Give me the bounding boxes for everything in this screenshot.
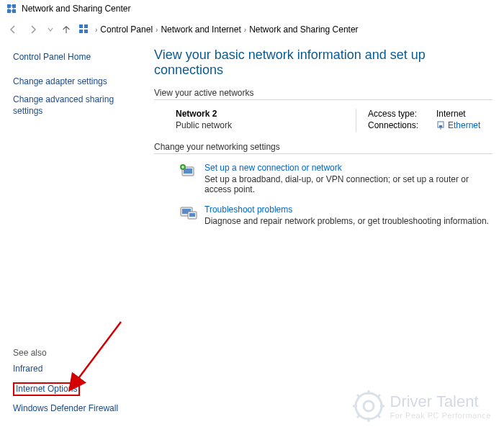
svg-point-19: [364, 401, 374, 411]
setup-connection-desc: Set up a broadband, dial-up, or VPN conn…: [204, 174, 492, 194]
forward-button[interactable]: [26, 22, 40, 37]
svg-rect-7: [84, 30, 88, 33]
setup-connection-icon: [176, 163, 200, 183]
see-also-label: See also: [13, 348, 131, 358]
troubleshoot-desc: Diagnose and repair network problems, or…: [204, 216, 492, 226]
change-settings-label: Change your networking settings: [154, 142, 492, 152]
setup-connection-item[interactable]: Set up a new connection or network Set u…: [176, 163, 492, 194]
access-type-value: Internet: [436, 109, 466, 119]
svg-line-26: [357, 415, 360, 418]
svg-rect-5: [84, 24, 88, 28]
page-heading: View your basic network information and …: [154, 48, 492, 78]
breadcrumb-item[interactable]: Control Panel: [100, 24, 153, 35]
internet-options-text: Internet Options: [16, 384, 77, 394]
svg-line-24: [357, 395, 360, 397]
svg-rect-11: [184, 168, 192, 174]
access-type-label: Access type:: [368, 109, 436, 119]
breadcrumb-item[interactable]: Network and Sharing Center: [249, 24, 358, 35]
breadcrumb: › Control Panel › Network and Internet ›…: [95, 24, 359, 35]
titlebar: Network and Sharing Center: [0, 0, 504, 17]
window-title: Network and Sharing Center: [22, 4, 130, 14]
svg-rect-4: [79, 24, 83, 28]
connections-label: Connections:: [368, 120, 436, 130]
chevron-right-icon: ›: [95, 26, 97, 34]
network-center-icon: [6, 3, 17, 14]
active-network-box: Network 2 Public network Access type: In…: [154, 109, 492, 142]
chevron-right-icon: ›: [244, 26, 246, 34]
main-area: Control Panel Home Change adapter settin…: [0, 42, 504, 432]
svg-line-25: [377, 415, 380, 418]
watermark: Driver Talent For Peak PC Performance: [353, 390, 492, 422]
connection-link[interactable]: Ethernet: [448, 120, 480, 130]
see-also-infrared-link[interactable]: Infrared: [13, 364, 131, 375]
breadcrumb-item[interactable]: Network and Internet: [161, 24, 240, 35]
change-adapter-settings-link[interactable]: Change adapter settings: [13, 76, 131, 88]
setup-connection-title: Set up a new connection or network: [204, 163, 492, 173]
navbar: › Control Panel › Network and Internet ›…: [0, 17, 504, 42]
troubleshoot-title: Troubleshoot problems: [204, 204, 492, 215]
svg-rect-0: [7, 4, 11, 8]
sidebar: Control Panel Home Change adapter settin…: [0, 42, 137, 432]
svg-rect-9: [439, 125, 442, 127]
recent-dropdown[interactable]: [46, 22, 55, 37]
troubleshoot-icon: [176, 204, 200, 225]
up-button[interactable]: [60, 24, 72, 35]
network-name: Network 2: [176, 109, 356, 119]
see-also-firewall-link[interactable]: Windows Defender Firewall: [13, 403, 131, 415]
divider: [154, 99, 492, 100]
chevron-right-icon: ›: [156, 26, 158, 34]
svg-rect-6: [79, 30, 83, 33]
svg-rect-16: [189, 213, 195, 217]
troubleshoot-item[interactable]: Troubleshoot problems Diagnose and repai…: [176, 204, 492, 226]
control-panel-home-link[interactable]: Control Panel Home: [13, 52, 131, 63]
annotation-highlight: Internet Options: [13, 382, 80, 397]
back-button[interactable]: [6, 22, 20, 37]
gear-icon: [353, 390, 384, 422]
watermark-subtitle: For Peak PC Performance: [390, 411, 492, 420]
watermark-title: Driver Talent: [390, 392, 492, 411]
network-type: Public network: [176, 120, 356, 130]
active-networks-label: View your active networks: [154, 88, 492, 98]
ethernet-icon: [436, 121, 445, 130]
svg-rect-2: [7, 9, 11, 13]
content: View your basic network information and …: [137, 42, 504, 432]
change-advanced-sharing-link[interactable]: Change advanced sharing settings: [13, 94, 131, 117]
svg-line-27: [377, 395, 380, 397]
divider: [154, 153, 492, 154]
svg-rect-1: [12, 4, 16, 8]
breadcrumb-root-icon[interactable]: [78, 23, 89, 37]
see-also-internet-options-link[interactable]: Internet Options: [13, 382, 131, 397]
svg-rect-3: [12, 9, 16, 13]
